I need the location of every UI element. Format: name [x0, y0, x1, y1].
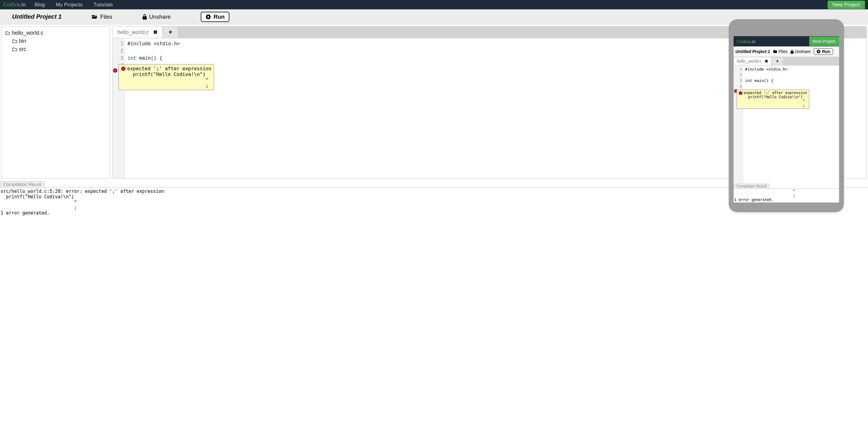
- mobile-toolbar: Untitled Project 1 Files Unshare Run: [734, 46, 839, 57]
- error-tooltip-text: expected ';' after expression printf("He…: [127, 66, 211, 89]
- logo[interactable]: Codiva.io: [3, 1, 26, 8]
- mobile-output-tab[interactable]: Compilation Result: [734, 184, 770, 188]
- top-nav: Codiva.io Blog My Projects Tutorials New…: [0, 0, 868, 9]
- folder-open-icon: [92, 14, 98, 19]
- mobile-tabs: hello_world.c ✖ +: [734, 57, 839, 65]
- folder-icon: [12, 47, 17, 51]
- error-marker-icon[interactable]: [113, 68, 117, 73]
- nav-tutorials[interactable]: Tutorials: [93, 2, 113, 8]
- mobile-run-button[interactable]: Run: [814, 48, 833, 55]
- unshare-button[interactable]: Unshare: [143, 13, 171, 20]
- nav-blog[interactable]: Blog: [35, 2, 45, 8]
- lock-icon: [790, 50, 794, 54]
- error-icon: [739, 91, 742, 95]
- tab-label: hello_world.c: [117, 29, 149, 36]
- files-button[interactable]: Files: [92, 13, 112, 20]
- run-button[interactable]: Run: [201, 12, 229, 22]
- mobile-gutter: 1 2 3 4 5: [734, 65, 743, 184]
- files-label: Files: [100, 13, 112, 20]
- folder-icon: [773, 50, 777, 53]
- file-icon: [5, 31, 10, 35]
- mobile-code-content[interactable]: #include <stdio.h> int main() { printf("…: [743, 65, 810, 184]
- play-circle-icon: [206, 14, 211, 20]
- mobile-add-tab-button[interactable]: +: [772, 57, 783, 65]
- lock-icon: [143, 14, 147, 20]
- code-content[interactable]: #include <stdio.h> int main() { printf("…: [125, 38, 208, 179]
- close-icon[interactable]: ✖: [765, 59, 768, 64]
- run-label: Run: [213, 13, 224, 20]
- mobile-error-tooltip: expected ';' after expression printf("He…: [737, 90, 809, 109]
- mobile-logo[interactable]: Codiva.io: [734, 39, 809, 44]
- mobile-code-editor[interactable]: 1 2 3 4 5 #include <stdio.h> int main() …: [734, 65, 839, 184]
- new-project-button[interactable]: New Project: [828, 1, 865, 9]
- error-tooltip: expected ';' after expression printf("He…: [119, 64, 214, 90]
- mobile-unshare-button[interactable]: Unshare: [790, 49, 811, 54]
- add-tab-button[interactable]: +: [163, 26, 178, 38]
- tree-bin-label: bin: [19, 38, 26, 44]
- line-gutter: 1 2 3 4 5: [113, 38, 125, 179]
- folder-icon: [12, 39, 17, 43]
- mobile-top-nav: Codiva.io New Project: [734, 36, 839, 46]
- mobile-new-project-button[interactable]: New Project: [809, 36, 839, 46]
- tree-folder-bin[interactable]: bin: [5, 37, 106, 45]
- tree-folder-src[interactable]: src: [5, 45, 106, 53]
- tree-src-label: src: [19, 46, 26, 53]
- unshare-label: Unshare: [149, 13, 171, 20]
- mobile-files-button[interactable]: Files: [773, 49, 787, 54]
- mobile-preview-frame: Codiva.io New Project Untitled Project 1…: [729, 19, 844, 212]
- editor-tab[interactable]: hello_world.c ✖: [112, 26, 163, 38]
- file-tree: hello_world.c bin src: [1, 26, 110, 179]
- mobile-editor-tab[interactable]: hello_world.c ✖: [734, 57, 772, 65]
- error-icon: [121, 67, 125, 71]
- tree-root-file[interactable]: hello_world.c: [5, 29, 106, 37]
- close-icon[interactable]: ✖: [153, 29, 158, 36]
- output-tab[interactable]: Compilation Result: [0, 181, 44, 187]
- nav-my-projects[interactable]: My Projects: [56, 2, 83, 8]
- play-circle-icon: [816, 50, 821, 54]
- mobile-project-name[interactable]: Untitled Project 1: [735, 49, 770, 54]
- project-name[interactable]: Untitled Project 1: [12, 13, 61, 20]
- tree-root-label: hello_world.c: [12, 30, 43, 36]
- mobile-compilation-output: ^ ; 1 error generated.: [734, 188, 839, 202]
- mobile-screen: Codiva.io New Project Untitled Project 1…: [734, 36, 839, 202]
